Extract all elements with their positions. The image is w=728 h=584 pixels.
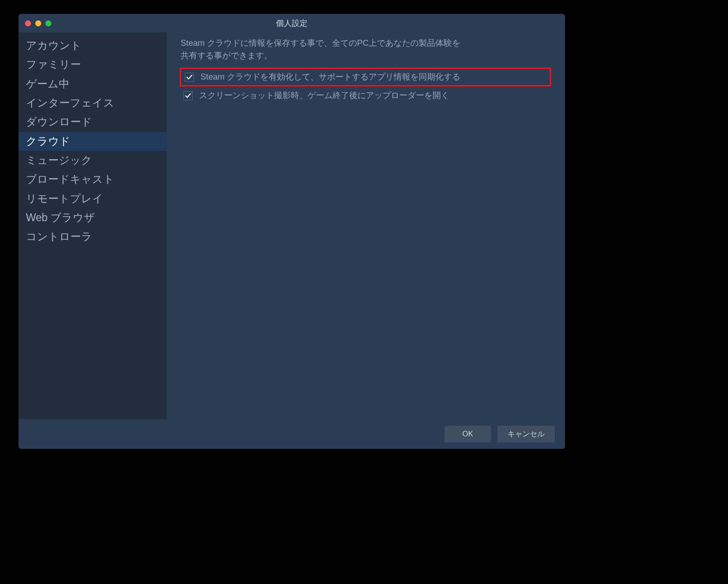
sidebar-item-downloads[interactable]: ダウンロード [19,112,167,131]
checkbox-enable-cloud[interactable] [185,73,194,82]
check-icon [186,74,193,81]
option-screenshot-uploader-label: スクリーンショット撮影時、ゲーム終了後にアップローダーを開く [199,90,449,101]
content-panel: Steam クラウドに情報を保存する事で、全てのPC上であなたの製品体験を共有す… [167,32,565,419]
sidebar-item-in-game[interactable]: ゲーム中 [19,75,167,93]
check-icon [185,93,191,99]
sidebar-item-controller[interactable]: コントローラ [19,227,167,246]
checkbox-screenshot-uploader[interactable] [183,91,193,100]
sidebar-item-interface[interactable]: インターフェイス [19,93,167,112]
ok-button[interactable]: OK [445,426,491,442]
sidebar-item-web-browser[interactable]: Web ブラウザ [19,208,167,227]
sidebar-item-broadcast[interactable]: ブロードキャスト [19,170,167,189]
cloud-description: Steam クラウドに情報を保存する事で、全てのPC上であなたの製品体験を共有す… [181,37,468,62]
option-enable-cloud[interactable]: Steam クラウドを有効化して、サポートするアプリ情報を同期化する [180,68,551,87]
sidebar-item-account[interactable]: アカウント [19,36,167,55]
sidebar-item-music[interactable]: ミュージック [19,151,167,170]
sidebar-item-family[interactable]: ファミリー [19,55,167,74]
sidebar-item-cloud[interactable]: クラウド [19,132,167,151]
titlebar: 個人設定 [19,14,565,32]
option-screenshot-uploader[interactable]: スクリーンショット撮影時、ゲーム終了後にアップローダーを開く [180,87,551,104]
sidebar-item-remote-play[interactable]: リモートプレイ [19,189,167,208]
window-title: 個人設定 [19,18,565,29]
cancel-button[interactable]: キャンセル [497,426,555,442]
traffic-lights [19,20,51,26]
close-icon[interactable] [25,20,31,26]
window-body: アカウント ファミリー ゲーム中 インターフェイス ダウンロード クラウド ミュ… [19,32,565,419]
sidebar: アカウント ファミリー ゲーム中 インターフェイス ダウンロード クラウド ミュ… [19,32,167,419]
fullscreen-icon[interactable] [45,20,51,26]
settings-window: 個人設定 アカウント ファミリー ゲーム中 インターフェイス ダウンロード クラ… [19,14,565,449]
minimize-icon[interactable] [35,20,41,26]
option-enable-cloud-label: Steam クラウドを有効化して、サポートするアプリ情報を同期化する [201,72,460,82]
footer: OK キャンセル [19,419,565,449]
